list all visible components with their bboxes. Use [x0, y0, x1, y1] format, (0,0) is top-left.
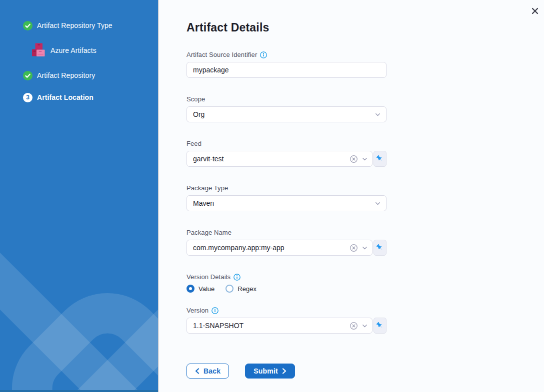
chevron-left-icon	[195, 368, 200, 374]
form-content: Artifact Details Artifact Source Identif…	[158, 0, 388, 379]
back-button[interactable]: Back	[186, 364, 229, 379]
field-label: Version	[186, 307, 208, 314]
feed-value: garvit-test	[193, 155, 350, 163]
step-label: Artifact Location	[37, 92, 94, 102]
step-number-badge: 3	[23, 93, 32, 102]
check-circle-icon	[23, 71, 32, 80]
clear-icon[interactable]	[350, 155, 358, 163]
field-package-type: Package Type Maven	[186, 184, 386, 211]
step-artifact-repository-type[interactable]: Artifact Repository Type	[23, 20, 158, 30]
info-icon[interactable]	[260, 51, 267, 58]
field-label: Feed	[186, 140, 202, 147]
selected-repo-azure-artifacts: Azure Artifacts	[32, 42, 158, 58]
step-label: Artifact Repository	[37, 70, 95, 80]
submit-button[interactable]: Submit	[245, 364, 295, 379]
field-package-name: Package Name com.mycompany.app:my-app	[186, 229, 386, 256]
field-label: Package Type	[186, 184, 228, 192]
field-label: Scope	[186, 95, 205, 103]
submit-button-label: Submit	[254, 367, 278, 375]
radio-label: Value	[198, 285, 214, 293]
feed-combobox[interactable]: garvit-test	[186, 151, 372, 167]
chevron-down-icon[interactable]	[362, 245, 368, 251]
sidebar-bottom-strip	[0, 390, 158, 392]
artifact-source-identifier-input[interactable]	[186, 62, 386, 78]
wizard-actions: Back Submit	[186, 364, 388, 379]
field-version: Version 1.1-SNAPSHOT	[186, 307, 386, 334]
pin-fixed-value-button[interactable]	[374, 318, 386, 334]
pin-fixed-value-button[interactable]	[374, 151, 386, 167]
artifact-details-panel: Artifact Details Artifact Source Identif…	[158, 0, 544, 392]
pin-fixed-value-button[interactable]	[374, 240, 386, 256]
pin-icon	[376, 322, 384, 330]
back-button-label: Back	[204, 367, 220, 375]
chevron-down-icon	[374, 111, 381, 118]
radio-selected-icon	[186, 285, 194, 293]
chevron-down-icon[interactable]	[362, 323, 368, 329]
package-type-selected-value: Maven	[193, 199, 374, 207]
field-artifact-source-identifier: Artifact Source Identifier	[186, 51, 386, 78]
version-combobox[interactable]: 1.1-SNAPSHOT	[186, 318, 372, 334]
radio-option-regex[interactable]: Regex	[226, 285, 256, 293]
step-label: Artifact Repository Type	[37, 20, 112, 30]
chevron-right-icon	[282, 368, 286, 374]
step-artifact-repository[interactable]: Artifact Repository	[23, 70, 158, 80]
field-label: Package Name	[186, 229, 232, 236]
pin-icon	[376, 155, 384, 163]
clear-icon[interactable]	[350, 322, 358, 330]
page-title: Artifact Details	[186, 21, 388, 34]
selected-repo-label: Azure Artifacts	[50, 45, 96, 55]
harness-logo-watermark	[0, 234, 158, 392]
chevron-down-icon[interactable]	[362, 156, 368, 162]
wizard-steps: Artifact Repository Type Azure Artifacts…	[0, 0, 158, 102]
info-icon[interactable]	[212, 307, 218, 314]
field-version-details: Version Details Value Regex	[186, 273, 386, 293]
package-type-select[interactable]: Maven	[186, 195, 386, 211]
check-circle-icon	[23, 21, 32, 30]
clear-icon[interactable]	[350, 244, 358, 252]
wizard-sidebar: Artifact Repository Type Azure Artifacts…	[0, 0, 158, 392]
radio-unselected-icon	[226, 285, 234, 293]
version-value: 1.1-SNAPSHOT	[193, 322, 350, 330]
radio-option-value[interactable]: Value	[186, 285, 214, 293]
package-name-combobox[interactable]: com.mycompany.app:my-app	[186, 240, 372, 256]
field-label: Version Details	[186, 273, 230, 281]
version-details-radio-group: Value Regex	[186, 284, 386, 293]
step-artifact-location[interactable]: 3 Artifact Location	[23, 92, 158, 102]
info-icon[interactable]	[234, 274, 240, 281]
azure-artifacts-icon	[32, 42, 46, 58]
radio-label: Regex	[238, 285, 256, 293]
field-label: Artifact Source Identifier	[186, 51, 257, 58]
chevron-down-icon	[374, 200, 381, 207]
field-feed: Feed garvit-test	[186, 140, 386, 167]
pin-icon	[376, 244, 384, 252]
close-icon[interactable]	[530, 6, 540, 16]
field-scope: Scope Org	[186, 95, 386, 122]
package-name-value: com.mycompany.app:my-app	[193, 244, 350, 252]
scope-selected-value: Org	[193, 110, 374, 118]
scope-select[interactable]: Org	[186, 106, 386, 122]
